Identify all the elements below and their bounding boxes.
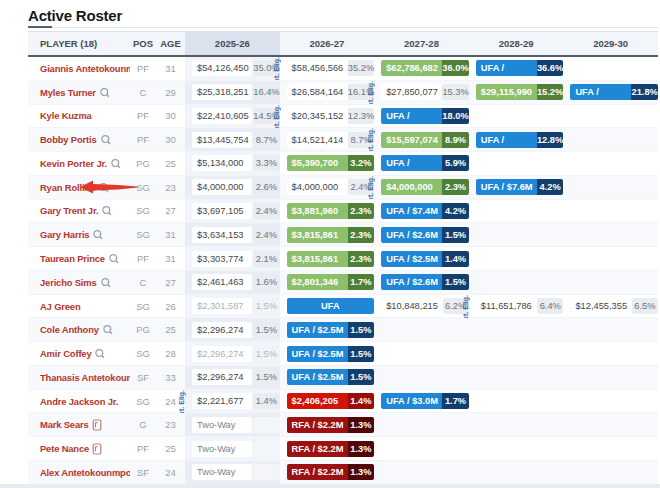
badge-percent: 2.3%: [348, 203, 375, 219]
cell-2029-30: [563, 366, 658, 389]
cell-2027-28: [374, 318, 469, 341]
player-name-link[interactable]: Gary Harris: [40, 229, 89, 240]
badge-percent: 36.6%: [537, 60, 564, 76]
badge-percent: 1.3%: [348, 464, 375, 480]
circular-arrows-icon[interactable]: [102, 324, 113, 335]
player-name-link[interactable]: Amir Coffey: [40, 348, 91, 359]
cell-2026-27: $2,406,2051.4%: [280, 390, 375, 413]
extension-eligible-marker: xt. Elig.: [272, 105, 283, 128]
extension-eligible-marker: xt. Elig.: [366, 176, 377, 199]
column-header-2027-28[interactable]: 2027-28: [374, 32, 469, 55]
player-age: 27: [156, 277, 185, 288]
cap-percent: 6.4%: [537, 298, 563, 314]
cap-percent: 1.5%: [253, 369, 279, 385]
badge-value: $3,815,861: [287, 251, 348, 267]
player-name-cell: Andre Jackson Jr.: [28, 396, 130, 407]
column-header-2028-29[interactable]: 2028-29: [469, 32, 564, 55]
cell-2029-30: [563, 247, 658, 270]
column-header-2026-27[interactable]: 2026-27: [280, 32, 375, 55]
player-name-link[interactable]: Gary Trent Jr.: [40, 205, 98, 216]
ufa-label: UFA: [321, 298, 340, 314]
cell-2025-26: xt. Elig.$2,221,6771.4%: [185, 390, 280, 413]
player-age: 25: [156, 324, 185, 335]
badge-percent: 1.7%: [348, 274, 375, 290]
cell-2025-26: $2,461,4631.6%: [185, 271, 280, 294]
circular-arrows-icon[interactable]: [100, 134, 111, 145]
player-name-link[interactable]: Mark Sears: [40, 419, 89, 430]
player-name-link[interactable]: Pete Nance: [40, 443, 89, 454]
player-name-link[interactable]: Taurean Prince: [40, 253, 105, 264]
cell-2028-29: UFA / $23.4M12.8%: [469, 128, 564, 151]
player-name-link[interactable]: Kevin Porter Jr.: [40, 158, 107, 169]
circular-arrows-icon[interactable]: [101, 205, 112, 216]
table-row: Bobby PortisPF30$13,445,7548.7%$14,521,4…: [28, 128, 658, 152]
cell-2027-28: UFA / $2.6M1.5%: [374, 271, 469, 294]
cap-percent: 1.6%: [253, 274, 279, 290]
cell-2029-30: [563, 318, 658, 341]
player-name-link[interactable]: Cole Anthony: [40, 324, 99, 335]
guaranteed-salary-badge: $4,000,0002.3%: [381, 179, 469, 195]
cell-2029-30: UFA / $43.7M21.8%: [563, 81, 658, 104]
table-header-row: PLAYER (18)POSAGE2025-262026-272027-2820…: [28, 31, 658, 57]
extension-eligible-label: xt. Elig.: [366, 128, 376, 151]
column-header-pos[interactable]: POS: [130, 32, 156, 55]
player-age: 31: [156, 63, 185, 74]
ufa-projection-badge: UFA / $2.5M1.4%: [381, 251, 469, 267]
player-age: 31: [156, 253, 185, 264]
table-row: Pete NancePF25Two-WayRFA / $2.2M1.3%: [28, 437, 658, 461]
player-name-link[interactable]: Giannis Antetokounmpo: [40, 63, 130, 74]
player-name-link[interactable]: AJ Green: [40, 301, 80, 312]
badge-percent: 1.7%: [442, 393, 469, 409]
circular-arrows-icon[interactable]: [99, 87, 110, 98]
cell-2026-27: RFA / $2.2M1.3%: [280, 461, 375, 484]
cell-2028-29: [469, 318, 564, 341]
column-header-age[interactable]: AGE: [156, 32, 185, 55]
player-name-link[interactable]: Kyle Kuzma: [40, 110, 92, 121]
cap-percent: 8.7%: [253, 132, 279, 148]
circular-arrows-icon[interactable]: [94, 348, 105, 359]
badge-percent: 4.2%: [537, 179, 564, 195]
cap-percent: 2.4%: [253, 227, 279, 243]
table-row: Myles TurnerC29$25,318,25116.4%$26,584,1…: [28, 81, 658, 105]
badge-value: $62,786,682: [381, 60, 442, 76]
column-header-player-18-[interactable]: PLAYER (18): [28, 32, 130, 55]
salary-value: $13,445,754: [192, 132, 252, 148]
badge-percent: 1.5%: [442, 274, 469, 290]
guaranteed-salary-badge: $5,390,7003.2%: [287, 155, 375, 171]
badge-value: $4,000,000: [381, 179, 442, 195]
badge-value: $3,881,960: [287, 203, 348, 219]
salary-value: $20,345,152: [287, 108, 347, 124]
salary-value: $2,296,274: [192, 369, 252, 385]
player-name-link[interactable]: Bobby Portis: [40, 134, 97, 145]
circular-arrows-icon[interactable]: [108, 253, 119, 264]
cell-2025-26: Two-Way: [185, 413, 280, 436]
player-name-link[interactable]: Thanasis Antetokounmpo: [40, 372, 130, 383]
player-name-link[interactable]: Myles Turner: [40, 87, 96, 98]
badge-percent: 21.8%: [631, 84, 658, 100]
cell-2029-30: [563, 105, 658, 128]
column-header-2029-30[interactable]: 2029-30: [563, 32, 658, 55]
document-icon[interactable]: [92, 443, 102, 455]
player-position: PF: [130, 253, 156, 264]
cell-2029-30: [563, 390, 658, 413]
extension-eligible-marker: xt. Elig.: [366, 81, 377, 104]
player-name-cell: Gary Trent Jr.: [28, 205, 130, 216]
player-name-link[interactable]: Jericho Sims: [40, 277, 97, 288]
badge-percent: 18.0%: [442, 108, 469, 124]
badge-value: UFA / $7.6M: [476, 179, 537, 195]
circular-arrows-icon[interactable]: [110, 158, 121, 169]
column-header-2025-26[interactable]: 2025-26: [185, 32, 280, 55]
badge-value: $29,115,990: [476, 84, 537, 100]
cell-2027-28: xt. Elig.$4,000,0002.3%: [374, 176, 469, 199]
circular-arrows-icon[interactable]: [92, 229, 103, 240]
circular-arrows-icon[interactable]: [100, 277, 111, 288]
cell-2029-30: [563, 342, 658, 365]
cell-2025-26: $2,301,5871.5%: [185, 295, 280, 318]
document-icon[interactable]: [92, 419, 102, 431]
extension-eligible-label: xt. Elig.: [366, 81, 376, 104]
guaranteed-salary-badge: $2,801,3461.7%: [287, 274, 375, 290]
player-name-link[interactable]: Alex Antetokounmpo: [40, 467, 130, 478]
cell-2027-28: UFA / $3.0M1.7%: [374, 390, 469, 413]
player-name-link[interactable]: Andre Jackson Jr.: [40, 396, 118, 407]
cell-2027-28: [374, 461, 469, 484]
